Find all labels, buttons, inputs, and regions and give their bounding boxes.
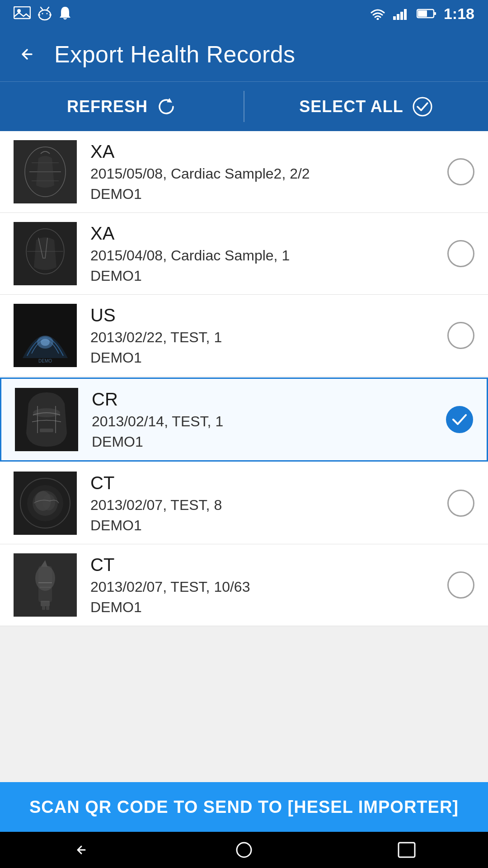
- record-checkbox[interactable]: [447, 571, 474, 599]
- status-icons-right: 1:18: [370, 5, 474, 23]
- svg-rect-16: [418, 10, 427, 17]
- record-thumbnail: [14, 222, 77, 285]
- android-icon: [38, 6, 52, 21]
- svg-text:DEMO: DEMO: [38, 359, 52, 363]
- record-info: US 2013/02/22, TEST, 1 DEMO1: [77, 305, 447, 366]
- nav-home-icon: [234, 840, 254, 860]
- svg-point-18: [413, 98, 432, 116]
- svg-rect-10: [393, 16, 396, 20]
- record-info: CT 2013/02/07, TEST, 8 DEMO1: [77, 473, 447, 534]
- nav-back-button[interactable]: [63, 836, 99, 863]
- record-owner: DEMO1: [90, 349, 434, 366]
- page-title: Export Health Records: [54, 41, 296, 68]
- nav-back-icon: [71, 840, 91, 860]
- record-info: CT 2013/02/07, TEST, 10/63 DEMO1: [77, 555, 447, 616]
- record-item[interactable]: CT 2013/02/07, TEST, 10/63 DEMO1: [0, 544, 488, 626]
- signal-icon: [393, 7, 409, 20]
- record-info: XA 2015/04/08, Cardiac Sample, 1 DEMO1: [77, 223, 447, 284]
- svg-rect-47: [399, 843, 415, 857]
- svg-rect-12: [400, 12, 403, 20]
- record-info: CR 2013/02/14, TEST, 1 DEMO1: [78, 389, 446, 450]
- record-type: CT: [90, 555, 434, 575]
- record-type: US: [90, 305, 434, 326]
- record-type: XA: [90, 142, 434, 162]
- record-date: 2013/02/22, TEST, 1: [90, 329, 434, 346]
- record-thumbnail: DEMO: [14, 304, 77, 367]
- nav-bar: [0, 832, 488, 868]
- svg-line-6: [47, 7, 49, 9]
- svg-rect-11: [397, 14, 399, 20]
- status-time: 1:18: [444, 5, 474, 23]
- record-checkbox[interactable]: [447, 322, 474, 349]
- record-item[interactable]: XA 2015/04/08, Cardiac Sample, 1 DEMO1: [0, 213, 488, 295]
- record-thumbnail: [14, 472, 77, 535]
- select-all-icon: [412, 96, 433, 118]
- record-thumbnail: [15, 388, 78, 451]
- record-checkbox[interactable]: [447, 158, 474, 185]
- record-item[interactable]: DEMO US 2013/02/22, TEST, 1 DEMO1: [0, 295, 488, 377]
- scan-qr-button[interactable]: SCAN QR CODE TO SEND TO [HESEL IMPORTER]: [0, 782, 488, 832]
- record-owner: DEMO1: [92, 434, 432, 450]
- record-date: 2013/02/07, TEST, 8: [90, 497, 434, 514]
- svg-rect-33: [40, 429, 53, 432]
- record-date: 2015/04/08, Cardiac Sample, 1: [90, 247, 434, 264]
- scan-qr-label: SCAN QR CODE TO SEND TO [HESEL IMPORTER]: [29, 797, 459, 817]
- svg-point-29: [41, 339, 50, 346]
- svg-rect-0: [14, 7, 30, 19]
- refresh-icon: [156, 96, 177, 117]
- record-date: 2013/02/07, TEST, 10/63: [90, 579, 434, 595]
- gallery-icon: [14, 6, 31, 21]
- nav-recent-icon: [398, 842, 416, 858]
- svg-point-9: [376, 18, 379, 20]
- svg-point-2: [39, 10, 51, 20]
- svg-rect-13: [404, 9, 407, 20]
- wifi-icon: [370, 7, 386, 20]
- record-type: CR: [92, 389, 432, 410]
- record-owner: DEMO1: [90, 186, 434, 203]
- battery-icon: [417, 8, 436, 19]
- back-icon: [19, 46, 35, 62]
- svg-point-7: [42, 13, 43, 14]
- svg-point-8: [47, 13, 48, 14]
- record-type: CT: [90, 473, 434, 493]
- records-list: XA 2015/05/08, Cardiac Sample2, 2/2 DEMO…: [0, 131, 488, 626]
- checkmark-icon: [452, 413, 467, 426]
- svg-line-5: [41, 7, 42, 9]
- svg-point-39: [42, 494, 55, 510]
- refresh-label: REFRESH: [67, 97, 148, 116]
- record-date: 2013/02/14, TEST, 1: [92, 413, 432, 430]
- select-all-button[interactable]: SELECT ALL: [244, 82, 488, 131]
- nav-recent-button[interactable]: [389, 836, 425, 863]
- svg-rect-44: [42, 606, 45, 610]
- record-checkbox[interactable]: [446, 406, 473, 433]
- record-info: XA 2015/05/08, Cardiac Sample2, 2/2 DEMO…: [77, 142, 447, 203]
- status-icons-left: [14, 6, 71, 21]
- record-item[interactable]: CR 2013/02/14, TEST, 1 DEMO1: [0, 377, 488, 462]
- svg-rect-45: [46, 606, 49, 610]
- record-item[interactable]: CT 2013/02/07, TEST, 8 DEMO1: [0, 462, 488, 544]
- back-button[interactable]: [14, 41, 41, 68]
- record-checkbox[interactable]: [447, 490, 474, 517]
- record-thumbnail: [14, 553, 77, 617]
- record-checkbox[interactable]: [447, 240, 474, 267]
- toolbar: REFRESH SELECT ALL: [0, 81, 488, 131]
- svg-rect-43: [41, 601, 50, 606]
- record-item[interactable]: XA 2015/05/08, Cardiac Sample2, 2/2 DEMO…: [0, 131, 488, 213]
- record-owner: DEMO1: [90, 517, 434, 534]
- svg-point-32: [33, 408, 60, 417]
- refresh-button[interactable]: REFRESH: [0, 82, 244, 131]
- select-all-label: SELECT ALL: [299, 97, 404, 116]
- svg-rect-15: [434, 12, 436, 15]
- record-date: 2015/05/08, Cardiac Sample2, 2/2: [90, 165, 434, 182]
- app-bar: Export Health Records: [0, 27, 488, 81]
- record-owner: DEMO1: [90, 599, 434, 616]
- record-thumbnail: [14, 140, 77, 203]
- notification-icon: [59, 6, 71, 21]
- record-type: XA: [90, 223, 434, 244]
- record-owner: DEMO1: [90, 268, 434, 284]
- svg-point-46: [237, 843, 251, 857]
- status-bar: 1:18: [0, 0, 488, 27]
- nav-home-button[interactable]: [226, 836, 262, 863]
